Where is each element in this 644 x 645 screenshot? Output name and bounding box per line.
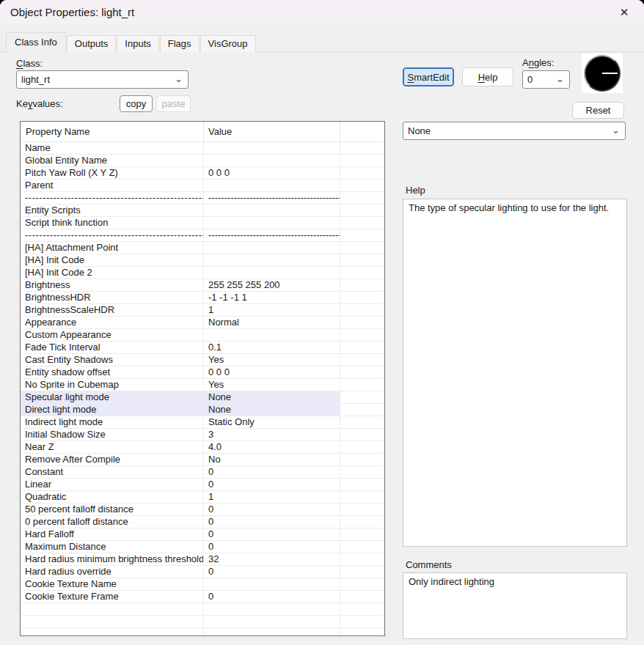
table-row[interactable]	[21, 628, 384, 636]
help-text: The type of specular lighting to use for…	[409, 202, 609, 213]
tab-class-info[interactable]: Class Info	[6, 32, 66, 52]
table-row[interactable]: BrightnessHDR-1 -1 -1 1	[21, 292, 384, 304]
table-row[interactable]: ----------------------------------------…	[21, 192, 384, 204]
table-row[interactable]: Cookie Texture Frame0	[21, 591, 384, 603]
extra-cell	[340, 479, 384, 490]
property-value-cell: 3	[204, 429, 340, 441]
property-value-cell: Yes	[204, 379, 340, 391]
tab-strip: Class Info Outputs Inputs Flags VisGroup	[6, 32, 257, 52]
extra-cell	[340, 242, 384, 254]
tab-inputs[interactable]: Inputs	[117, 35, 158, 52]
property-name-cell: Appearance	[21, 317, 204, 328]
extra-cell	[340, 180, 384, 191]
table-row[interactable]: Entity Scripts	[21, 204, 384, 217]
smartedit-value-dropdown[interactable]: None ⌄	[403, 122, 626, 140]
table-row[interactable]: Script think function	[21, 217, 384, 229]
table-row[interactable]: Parent	[21, 180, 384, 192]
extra-cell	[340, 578, 384, 590]
extra-cell	[340, 329, 384, 341]
table-row[interactable]: Custom Appearance	[21, 329, 384, 342]
angles-dropdown[interactable]: 0 ⌄	[522, 70, 570, 89]
property-name-cell: Global Entity Name	[21, 155, 204, 166]
table-row[interactable]: Maximum Distance0	[21, 541, 384, 553]
table-row[interactable]: No Sprite in CubemapYes	[21, 379, 384, 391]
property-value-cell: 0 0 0	[204, 167, 340, 179]
property-name-cell: [HA] Init Code	[21, 254, 204, 266]
table-row[interactable]: Cookie Texture Name	[21, 578, 384, 591]
table-row[interactable]: Entity shadow offset0 0 0	[21, 366, 384, 379]
table-row[interactable]: Constant0	[21, 466, 384, 479]
extra-cell	[340, 566, 384, 578]
class-dropdown-value: light_rt	[21, 74, 50, 85]
help-text-box[interactable]: The type of specular lighting to use for…	[403, 199, 627, 547]
table-row[interactable]: Specular light modeNone	[21, 391, 384, 404]
smartedit-button[interactable]: SmartEdit	[403, 67, 454, 86]
table-row[interactable]: Indirect light modeStatic Only	[21, 416, 384, 429]
copy-button[interactable]: copy	[120, 95, 153, 112]
property-name-cell: [HA] Attachment Point	[21, 242, 204, 254]
property-value-cell: Static Only	[204, 416, 340, 428]
reset-button[interactable]: Reset	[572, 102, 624, 119]
table-row[interactable]: [HA] Init Code	[21, 254, 384, 267]
help-section-label: Help	[406, 185, 425, 196]
property-value-cell	[204, 217, 340, 229]
table-row[interactable]	[21, 603, 384, 616]
table-row[interactable]: Hard Falloff0	[21, 528, 384, 541]
property-value-cell: 0 0 0	[204, 366, 340, 378]
extra-cell	[340, 454, 384, 465]
table-row[interactable]: Hard radius minimum brightness threshold…	[21, 553, 384, 566]
paste-button[interactable]: paste	[156, 95, 191, 112]
comments-input[interactable]: Only indirect lighting	[403, 572, 627, 639]
table-row[interactable]: Hard radius override0	[21, 566, 384, 578]
property-value-cell: ----------------------------------------…	[204, 192, 340, 204]
table-row[interactable]: Name	[21, 142, 384, 155]
property-name-header: Property Name	[21, 122, 204, 141]
extra-cell	[340, 541, 384, 553]
property-name-cell: [HA] Init Code 2	[21, 267, 204, 279]
extra-cell	[340, 628, 384, 636]
table-row[interactable]: Quadratic1	[21, 491, 384, 504]
help-button[interactable]: Help	[462, 67, 513, 86]
table-row[interactable]: Cast Entity ShadowsYes	[21, 354, 384, 366]
table-row[interactable]: Remove After CompileNo	[21, 454, 384, 466]
property-value-cell: Yes	[204, 354, 340, 366]
class-dropdown[interactable]: light_rt ⌄	[16, 70, 189, 89]
table-row[interactable]	[21, 616, 384, 628]
table-row[interactable]: AppearanceNormal	[21, 317, 384, 329]
table-row[interactable]: ----------------------------------------…	[21, 229, 384, 242]
table-row[interactable]: [HA] Attachment Point	[21, 242, 384, 254]
title-bar[interactable]: Object Properties: light_rt ✕	[0, 0, 644, 24]
table-row[interactable]: Pitch Yaw Roll (X Y Z)0 0 0	[21, 167, 384, 180]
table-row[interactable]: Direct light modeNone	[21, 404, 384, 416]
table-row[interactable]: Fade Tick Interval0.1	[21, 342, 384, 354]
extra-column-header	[340, 122, 384, 141]
class-label: Class:	[16, 58, 43, 69]
property-name-cell: Direct light mode	[21, 404, 204, 416]
table-row[interactable]: Global Entity Name	[21, 155, 384, 167]
angle-picker[interactable]	[582, 54, 623, 93]
extra-cell	[340, 167, 384, 179]
table-row[interactable]: 50 percent falloff distance0	[21, 504, 384, 516]
extra-cell	[340, 404, 384, 416]
extra-cell	[340, 267, 384, 279]
property-value-cell	[204, 603, 340, 615]
close-button[interactable]: ✕	[612, 2, 637, 22]
extra-cell	[340, 516, 384, 528]
keyvalues-table[interactable]: Property Name Value NameGlobal Entity Na…	[20, 121, 385, 636]
property-name-cell: Constant	[21, 466, 204, 478]
table-row[interactable]: Linear0	[21, 479, 384, 491]
table-row[interactable]: [HA] Init Code 2	[21, 267, 384, 279]
extra-cell	[340, 379, 384, 391]
table-row[interactable]: Brightness255 255 255 200	[21, 279, 384, 292]
property-value-cell	[204, 329, 340, 341]
table-row[interactable]: BrightnessScaleHDR1	[21, 304, 384, 317]
close-icon: ✕	[620, 6, 629, 19]
table-row[interactable]: Near Z4.0	[21, 441, 384, 454]
tab-flags[interactable]: Flags	[160, 35, 200, 52]
angles-dropdown-value: 0	[527, 74, 533, 85]
table-row[interactable]: Initial Shadow Size3	[21, 429, 384, 441]
table-row[interactable]: 0 percent falloff distance0	[21, 516, 384, 528]
tab-outputs[interactable]: Outputs	[67, 35, 117, 52]
tab-visgroup[interactable]: VisGroup	[200, 35, 256, 52]
property-value-cell	[204, 155, 340, 166]
